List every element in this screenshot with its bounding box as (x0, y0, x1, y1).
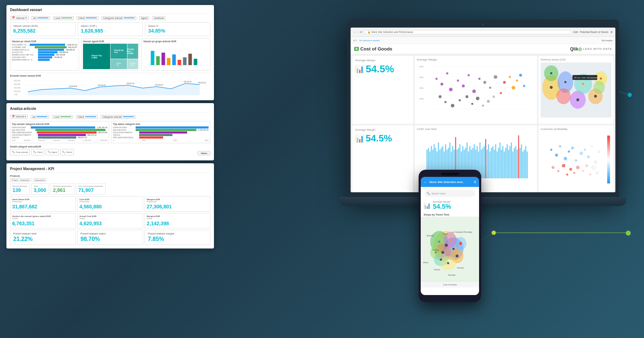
filter-agent[interactable]: Agent (139, 16, 149, 20)
laptop-body: ← → ↺ 🔒 Store Site Selection and Perform… (347, 20, 619, 206)
kpi-valoare-label: Valoare vanzari (EUR) (13, 25, 72, 27)
svg-text:Shuda: Shuda (423, 261, 429, 264)
bottom-kpi-label: Average Margin (355, 128, 410, 131)
avg-margin-icon-row: 📊 54.5% (355, 63, 410, 75)
svg-point-178 (587, 155, 590, 158)
svg-text:705,643.33: 705,643.33 (198, 82, 206, 84)
bottom-kpi-icon-row: 📊 54.5% (355, 133, 410, 144)
svg-point-190 (585, 164, 588, 167)
svg-point-173 (568, 150, 570, 153)
kpi-adaos-pct-value: 34.85% (148, 28, 207, 34)
svg-point-69 (476, 97, 479, 100)
svg-point-206 (438, 241, 440, 243)
filter-interval[interactable]: 📅 Interval ▾ (10, 16, 29, 20)
project-search[interactable]: Project + Subproject (10, 178, 31, 182)
svg-rect-167 (527, 151, 528, 178)
svg-point-176 (580, 151, 583, 155)
filter-gestiune[interactable]: Gestiune (152, 16, 166, 20)
browser-url[interactable]: 🔒 Store Site Selection and Performance (364, 30, 571, 34)
filter-luna[interactable]: Luna (53, 16, 74, 20)
kpi-total: Total 3,000 (31, 183, 49, 195)
kpi-adaos-eur-value: 1,626,985 (81, 28, 140, 34)
phone-back-btn[interactable]: ← (424, 180, 427, 184)
filter-client[interactable]: Client (77, 16, 98, 20)
filter-luna-2[interactable]: Luna (52, 115, 73, 119)
browser-menu[interactable]: Edit Potential Reach of Stores ⚙ (574, 31, 613, 34)
adaos-axis: 0100k200k300k (113, 139, 209, 141)
venituri-vanzari-box: Venituri din vanzari (gross sales) EUR A… (10, 213, 76, 228)
customer-prof-svg (541, 132, 611, 187)
svg-text:600,000: 600,000 (14, 83, 20, 85)
avg-margin-label: Average Margin (355, 59, 410, 62)
svg-rect-149 (501, 150, 502, 178)
svg-rect-157 (512, 151, 513, 178)
cost-eur-sublabel: Previzionat (79, 201, 141, 203)
laptop-screen-inner: ← → ↺ 🔒 Store Site Selection and Perform… (351, 28, 615, 192)
kpi-valoare: Valoare vanzari (EUR) 6,255,582 (10, 22, 75, 36)
insights-label: Bq Insights (602, 39, 613, 42)
project-mgmt-title: Project Management - KPI (10, 167, 210, 173)
svg-rect-154 (508, 150, 509, 178)
phone-title-text: Store Site Selection and... (429, 180, 464, 184)
customer-prof-label: Customer profitability (541, 127, 611, 131)
phone-menu-btn[interactable]: ≡ (474, 179, 476, 184)
svg-rect-10 (156, 56, 160, 65)
treemap-agenti: Hilprd VtgCJBR Ubsrdp HgVlcd Oovqpg RomY… (83, 44, 137, 69)
svg-rect-156 (511, 143, 512, 178)
top-vanzari-chart: Top vanzari categorii articole EUR KSIHV… (10, 121, 109, 143)
search-agent[interactable]: 🔍 Agent (46, 149, 59, 155)
chart-vanzari-clienti-title: Vanzari pe clienti EUR (12, 40, 77, 43)
svg-text:570,440.00: 570,440.00 (155, 84, 163, 86)
search-row: 🔍 Grup articole 🔍 Client 🔍 Agent 🔍 Artic… (10, 149, 210, 155)
venit-oferta-box: Venit Oferta EUR Previzionat 31,867,682 (10, 196, 76, 212)
actual-cost-box: Actual Cost EUR Actual 4,620,953 (77, 213, 143, 228)
analiza-title: Analiza articole (10, 107, 210, 112)
svg-text:Osmia: Osmia (434, 269, 440, 271)
filter-client-2[interactable]: Client (76, 115, 98, 119)
svg-point-177 (584, 149, 586, 151)
margine-eur-sublabel: Previzionat (147, 201, 208, 203)
operational-search[interactable]: Operational (33, 178, 47, 182)
search-articol[interactable]: 🔍 Articol (60, 149, 74, 155)
filter-an-2[interactable]: An (31, 115, 49, 119)
bar-row-7: WZSPBFM HMHJ E. G. (12, 59, 77, 61)
svg-line-4 (628, 95, 630, 233)
phone-search-bar[interactable]: 🔍 Search store (424, 190, 475, 197)
filter-an[interactable]: An (31, 16, 50, 20)
svg-rect-160 (517, 150, 518, 178)
bar-row-6: COGVAW TWO 79,096.45 (12, 56, 77, 58)
search-grup[interactable]: 🔍 Grup articole (10, 149, 30, 155)
bar-row-2: ULTDBMK GWF 646,241.87 (12, 46, 77, 48)
phone-kpi-icon: 📊 (424, 202, 431, 209)
scatter-svg: 80% 60% 40% 20% (417, 63, 535, 118)
filter-interval-2[interactable]: 📅 Interval ▾ (10, 115, 28, 119)
svg-rect-162 (519, 148, 521, 178)
svg-rect-163 (521, 144, 522, 178)
svg-point-209 (449, 239, 451, 241)
actual-cost-sublabel: Actual (79, 217, 141, 219)
adaos-bar-3: GSUCGXNCXNERYZ (113, 131, 209, 134)
search-client[interactable]: 🔍 Client (31, 149, 44, 155)
svg-point-84 (564, 81, 566, 83)
svg-point-207 (453, 248, 455, 250)
values-button[interactable]: Values (197, 151, 210, 155)
project-mgmt-card: Project Management - KPI Proiecte Projec… (6, 163, 214, 248)
bottom-margin-icon: 📊 (355, 134, 364, 143)
bar-ksih: KSIHVOFOIWS 1,281,287.40 (12, 126, 107, 129)
svg-rect-14 (178, 60, 181, 65)
filter-categorie-2[interactable]: Categorie articole (101, 115, 136, 119)
brand-tagline: LEAD WITH DATA (583, 47, 612, 50)
filter-categorie[interactable]: Categorie articole (101, 16, 136, 20)
svg-rect-16 (189, 54, 192, 65)
laptop-section: ← → ↺ 🔒 Store Site Selection and Perform… (347, 20, 619, 213)
svg-text:La Calzada Plimridge: La Calzada Plimridge (452, 231, 473, 233)
svg-point-191 (589, 174, 591, 176)
kpi-numar-value: 139 (13, 187, 27, 193)
dashboard-vanzari-card: Dashboard vanzari 📅 Interval ▾ An Luna C… (6, 5, 214, 100)
actual-cost-value: 4,620,953 (79, 221, 141, 226)
svg-text:630,484.45: 630,484.45 (98, 84, 106, 86)
chart-vanzari-agenti-title: Vanzari agenti EUR (83, 40, 137, 43)
venituri-value: 6,763,351 (12, 221, 74, 226)
pct-costuri-value: 98.70% (80, 236, 140, 242)
node-yellow-1 (492, 231, 496, 235)
